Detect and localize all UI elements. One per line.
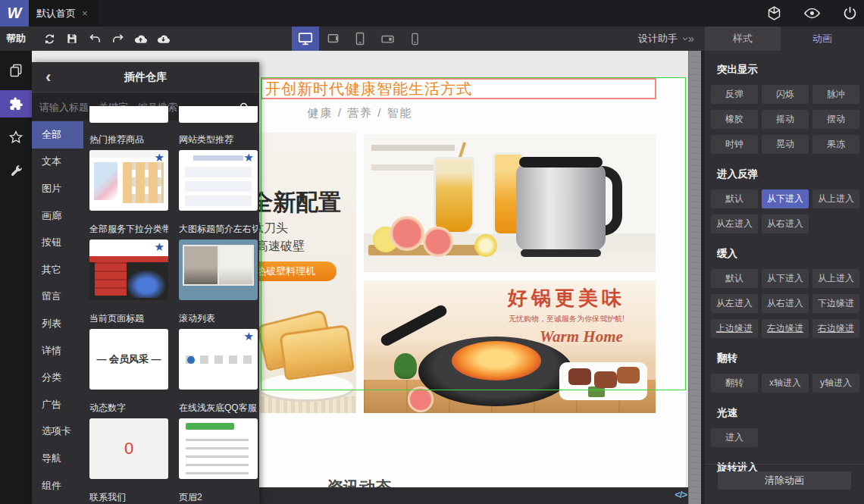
animation-option-button[interactable]: 翻转 [711,374,758,393]
preview-eye-icon[interactable] [803,5,821,22]
animation-option-button[interactable]: 从下进入 [762,269,809,288]
animation-option-button[interactable]: 反弹 [711,85,758,104]
animation-option-button[interactable]: 摆动 [812,110,859,129]
redo-icon[interactable] [110,31,125,46]
category-item[interactable]: 留言 [32,283,83,311]
tab-animation[interactable]: 动画 [781,27,864,51]
category-item[interactable]: 分类 [32,364,83,391]
category-item[interactable]: 文本 [32,149,83,176]
animation-option-button[interactable]: 从左进入 [711,214,758,233]
power-icon[interactable] [842,5,858,21]
category-item[interactable]: 广告 [32,391,83,418]
plugin-card[interactable]: ★ [179,329,258,390]
page-title-element[interactable]: 开创新时代健康智能生活方式 [261,78,656,99]
animation-option-button[interactable]: 下边缘进 [812,294,859,313]
category-item[interactable]: 按钮 [32,229,83,256]
sidebar-plugins-icon[interactable] [0,90,32,117]
plugin-card-grid: 热门推荐商品★网站类型推荐★全部服务下拉分类带...★大图标题简介左右切...当… [83,106,259,504]
animation-option-button[interactable]: 闪烁 [762,85,809,104]
clear-animation-button[interactable]: 清除动画 [718,471,851,490]
animation-option-button[interactable]: 从左进入 [711,294,758,313]
category-item[interactable]: 全部 [32,121,83,149]
tab-style[interactable]: 样式 [705,27,781,51]
animation-option-button[interactable]: 摇动 [762,110,809,129]
category-item[interactable]: 列表 [32,310,83,337]
animation-section-title: 缓入 [717,247,864,261]
animation-option-button[interactable]: 时钟 [711,135,758,154]
app-logo[interactable]: W [0,0,29,27]
category-item[interactable]: 选项卡 [32,418,83,446]
category-item[interactable]: 图片 [32,175,83,202]
plugin-card-title: 大图标题简介左右切... [179,223,258,235]
plugin-card[interactable]: ★ [89,150,168,211]
design-assistant-dropdown[interactable]: 设计助手 [638,27,689,51]
canvas-scrollbar[interactable] [688,51,701,504]
plugin-card[interactable] [179,239,258,300]
animation-option-button[interactable]: 从上进入 [812,189,859,208]
tab-close-icon[interactable]: × [82,8,88,19]
animation-option-button[interactable]: y轴进入 [812,374,859,393]
animation-panel: 突出显示反弹闪烁脉冲橡胶摇动摆动时钟晃动果冻进入反弹默认从下进入从上进入从左进入… [705,51,864,504]
wok-banner-image[interactable]: 好锅更美味 无忧购物，至诚服务为你保驾护航! Warm Home [364,280,656,413]
code-view-icon[interactable]: </> [675,489,687,500]
animation-option-button[interactable]: 上边缘进 [711,319,758,338]
device-desktop-icon[interactable] [292,27,319,51]
sidebar-tools-icon[interactable] [0,157,32,184]
news-section-heading[interactable]: 资讯动态 [327,477,391,487]
sidebar-favorites-icon[interactable] [0,124,32,151]
kettle-photo[interactable] [364,134,656,272]
back-arrow-icon[interactable]: ‹ [45,62,51,92]
cloud-download-icon[interactable] [155,31,171,46]
animation-option-button[interactable]: 进入 [711,428,758,447]
animation-option-button[interactable]: 默认 [711,269,758,288]
plugin-card[interactable]: 0 [89,418,168,479]
animation-section-title: 翻转 [717,352,864,365]
collapse-chevrons[interactable]: » [688,27,694,51]
animation-option-button[interactable]: 从上进入 [812,269,859,288]
animation-option-button[interactable]: 晃动 [762,135,809,154]
animation-section-title: 进入反弹 [717,167,864,181]
category-item[interactable]: 详情 [32,337,83,365]
device-tablet-icon[interactable] [346,27,374,51]
wok-title: 好锅更美味 [477,285,656,311]
undo-icon[interactable] [87,31,102,46]
animation-option-button[interactable]: 果冻 [812,135,859,154]
plugin-library-panel: ‹ 插件仓库 全部文本图片画廊按钮其它留言列表详情分类广告选项卡导航组件 热门推… [32,62,259,504]
device-phone-portrait-icon[interactable] [401,27,428,51]
animation-option-button[interactable]: 从下进入 [762,189,809,208]
animation-option-button[interactable]: 从右进入 [762,214,809,233]
sidebar-pages-icon[interactable] [0,57,32,84]
animation-option-button[interactable]: 右边缘进 [812,319,859,338]
category-item[interactable]: 画廊 [32,202,83,230]
plugin-card-title: 动态数字 [89,402,168,414]
page-tab[interactable]: 默认首页 × [29,0,99,27]
animation-option-button[interactable]: 左边缘进 [762,319,809,338]
plugin-card[interactable] [179,418,258,479]
refresh-icon[interactable] [42,31,57,46]
device-laptop-icon[interactable] [319,27,346,51]
plugin-card[interactable]: ★ [89,239,168,300]
page-title-text: 开创新时代健康智能生活方式 [265,79,472,99]
components-cube-icon[interactable] [766,5,782,21]
help-button[interactable]: 帮助 [6,27,26,51]
device-phone-landscape-icon[interactable] [374,27,401,51]
animation-option-button[interactable]: x轴进入 [762,374,809,393]
plugin-card[interactable] [89,106,168,123]
animation-option-button[interactable]: 默认 [711,189,758,208]
category-item[interactable]: 导航 [32,445,83,472]
category-item[interactable]: 组件 [32,472,83,499]
plugin-card[interactable] [179,106,258,123]
cloud-upload-icon[interactable] [133,31,148,46]
plugin-card-title: 网站类型推荐 [179,133,258,146]
category-item[interactable]: 其它 [32,256,83,283]
left-sidebar [0,51,32,504]
animation-option-button[interactable]: 橡胶 [711,110,758,129]
plugin-card[interactable]: — 会员风采 — [89,329,168,390]
plugin-card[interactable]: ★ [179,150,258,211]
animation-option-button[interactable]: 脉冲 [812,85,859,104]
animation-option-button[interactable]: 从右进入 [762,294,809,313]
plugin-panel-title: 插件仓库 [124,70,167,84]
topbar: W 默认首页 × [0,0,864,27]
plugin-card-title: 滚动列表 [179,312,258,324]
save-icon[interactable] [64,31,80,46]
